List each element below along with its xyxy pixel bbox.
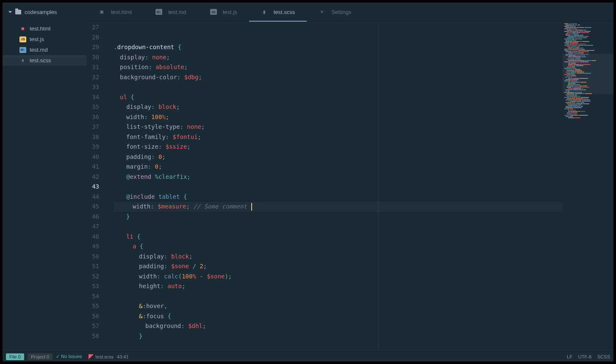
editor-window: codesamples ▣test.htmlM↓test.mdJStest.js… <box>3 3 613 361</box>
line-gutter: 2728293031323334353637383940414243444546… <box>86 22 102 351</box>
status-line-ending[interactable]: LF <box>567 354 572 359</box>
js-icon: JS <box>210 9 217 15</box>
status-project-count[interactable]: Project 0 <box>28 353 53 360</box>
code-line[interactable] <box>114 222 563 232</box>
code-line[interactable]: } <box>114 212 563 222</box>
status-issues[interactable]: No Issues <box>56 354 82 359</box>
status-encoding[interactable]: UTF-8 <box>578 354 591 359</box>
tab-test-md[interactable]: M↓test.md <box>144 3 198 21</box>
code-line[interactable]: display: none; <box>114 53 563 63</box>
code-line[interactable]: @extend %clearfix; <box>114 172 563 182</box>
status-filename: test.scss <box>95 354 114 359</box>
status-language[interactable]: SCSS <box>597 354 610 359</box>
code-line[interactable]: a { <box>114 242 563 252</box>
tab-label: test.js <box>223 9 237 15</box>
sass-icon: § <box>261 9 268 15</box>
code-line[interactable]: &:focus { <box>114 311 563 322</box>
wrap-guide <box>378 22 378 351</box>
code-line[interactable]: ul { <box>114 92 563 103</box>
code-line[interactable]: font-family: $fontui; <box>114 132 563 142</box>
markdown-icon: M↓ <box>155 9 162 15</box>
code-area[interactable]: .dropdown-content {display: none;positio… <box>102 22 563 351</box>
editor[interactable]: 2728293031323334353637383940414243444546… <box>86 22 613 351</box>
folder-icon <box>15 10 21 14</box>
file-item-test-md[interactable]: M↓test.md <box>3 44 86 55</box>
code-line[interactable]: display: block; <box>114 252 563 262</box>
status-cursor-position[interactable]: 43:41 <box>117 354 129 359</box>
status-bar: File 0 Project 0 No Issues test.scss 43:… <box>3 351 613 361</box>
file-name: test.scss <box>30 57 51 64</box>
code-line[interactable]: width: $measure; // Some comment <box>114 202 563 212</box>
code-line[interactable]: list-style-type: none; <box>114 122 563 132</box>
code-line[interactable]: .dropdown-content { <box>114 42 563 53</box>
code-line[interactable]: height: auto; <box>114 281 563 292</box>
code-line[interactable]: width: 100%; <box>114 112 563 122</box>
code-line[interactable]: width: calc(100% - $sone); <box>114 272 563 282</box>
code-line[interactable] <box>114 182 563 192</box>
code-line[interactable]: @include tablet { <box>114 351 563 352</box>
tab-label: test.md <box>168 9 186 15</box>
file-item-test-js[interactable]: JStest.js <box>3 34 86 44</box>
code-line[interactable]: background: $dhl; <box>114 321 563 331</box>
status-filename-group[interactable]: test.scss <box>89 354 114 359</box>
minimap[interactable] <box>563 22 613 351</box>
sass-icon <box>89 354 94 359</box>
code-line[interactable] <box>114 292 563 302</box>
code-line[interactable]: background-color: $dbg; <box>114 72 563 83</box>
tab-label: test.scss <box>274 9 295 15</box>
top-bar: codesamples ▣test.htmlM↓test.mdJStest.js… <box>3 3 613 22</box>
sass-icon: § <box>19 58 26 64</box>
tab-test-html[interactable]: ▣test.html <box>86 3 144 21</box>
js-icon: JS <box>19 36 26 42</box>
code-line[interactable] <box>114 341 563 351</box>
code-line[interactable]: padding: $sone / 2; <box>114 261 563 272</box>
project-name: codesamples <box>25 9 57 15</box>
chevron-down-icon <box>8 11 12 13</box>
code-line[interactable]: } <box>114 331 563 342</box>
code-line[interactable]: display: block; <box>114 102 563 112</box>
code-line[interactable] <box>114 82 563 92</box>
file-name: test.js <box>30 36 44 42</box>
code-line[interactable]: li { <box>114 232 563 242</box>
html5-icon: ▣ <box>98 9 105 15</box>
markdown-icon: M↓ <box>19 47 26 53</box>
code-line[interactable]: position: absolute; <box>114 62 563 72</box>
code-line[interactable]: padding: 0; <box>114 152 563 162</box>
main-area: ▣test.htmlJStest.jsM↓test.md§test.scss 2… <box>3 22 613 351</box>
tab-test-js[interactable]: JStest.js <box>198 3 249 21</box>
status-file-count[interactable]: File 0 <box>6 353 24 360</box>
settings-icon: ✕ <box>319 9 325 15</box>
tab-bar: ▣test.htmlM↓test.mdJStest.js§test.scss✕S… <box>86 3 613 22</box>
file-item-test-scss[interactable]: §test.scss <box>3 55 86 66</box>
code-line[interactable]: &:hover, <box>114 301 563 311</box>
file-name: test.md <box>30 47 48 53</box>
text-cursor <box>251 203 252 211</box>
code-line[interactable]: @include tablet { <box>114 192 563 202</box>
tab-test-scss[interactable]: §test.scss <box>249 3 307 21</box>
code-line[interactable]: margin: 0; <box>114 162 563 172</box>
tab-label: Settings <box>331 9 351 15</box>
file-name: test.html <box>30 25 50 32</box>
file-tree: ▣test.htmlJStest.jsM↓test.md§test.scss <box>3 22 86 351</box>
tab-label: test.html <box>111 9 132 15</box>
html5-icon: ▣ <box>19 26 26 32</box>
code-line[interactable]: font-size: $ssize; <box>114 142 563 152</box>
tab-Settings[interactable]: ✕Settings <box>307 3 363 21</box>
file-item-test-html[interactable]: ▣test.html <box>3 23 86 34</box>
project-header[interactable]: codesamples <box>3 3 86 22</box>
